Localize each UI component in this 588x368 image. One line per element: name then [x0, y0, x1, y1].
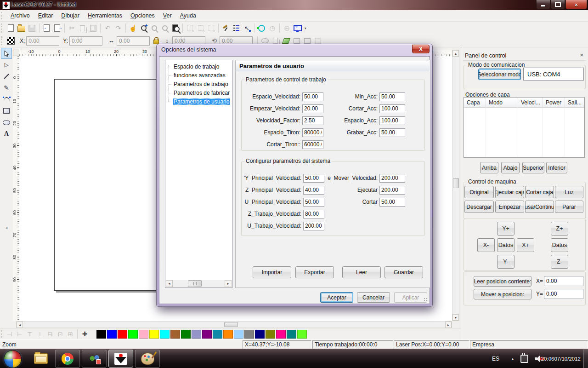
taskbar-chrome-button[interactable] — [55, 350, 80, 368]
zoom-in-icon[interactable] — [138, 23, 149, 33]
select-tool[interactable] — [1, 48, 12, 59]
text-tool[interactable]: A — [1, 128, 12, 139]
apply-button[interactable]: Aplicar — [394, 292, 427, 303]
circle-node-icon[interactable] — [256, 23, 267, 33]
palette-color-3[interactable] — [128, 330, 138, 339]
col-salida[interactable]: Sali... — [565, 98, 584, 107]
run-box-button[interactable]: Ejecutar caja — [495, 186, 524, 198]
time-estimate-icon[interactable] — [267, 23, 277, 33]
tree-item-funciones[interactable]: funciones avanzadas — [165, 71, 232, 80]
horizontal-scrollbar[interactable]: ◄ ► — [16, 321, 452, 328]
z-principal-field[interactable] — [303, 186, 324, 195]
paste-icon[interactable] — [88, 23, 98, 33]
u-trabajo-field[interactable] — [303, 222, 324, 230]
jog-x-minus-button[interactable]: X- — [477, 238, 495, 252]
original-button[interactable]: Original — [464, 186, 494, 198]
palette-color-1[interactable] — [107, 330, 117, 339]
dialog-close-button[interactable]: X — [412, 45, 430, 53]
y-principal-field[interactable] — [303, 174, 324, 183]
col-velocidad[interactable]: Veloci... — [518, 98, 543, 107]
align-bottom-icon[interactable]: ⊥ — [35, 331, 45, 338]
layer-bottom-button[interactable]: Inferior — [546, 162, 567, 173]
zoom-all-icon[interactable] — [159, 23, 170, 33]
palette-color-5[interactable] — [149, 330, 159, 339]
move-position-button[interactable]: Mover a posicion: — [474, 289, 531, 299]
palette-color-7[interactable] — [170, 330, 180, 339]
layer-table[interactable]: Capa Modo Veloci... Power Sali... — [464, 97, 585, 158]
layer-up-button[interactable]: Arriba — [480, 162, 498, 173]
palette-color-12[interactable] — [223, 330, 233, 339]
tree-scroll-left-icon[interactable]: ◄ — [166, 280, 173, 287]
velocidad-factor-field[interactable] — [302, 116, 323, 125]
palette-color-6[interactable] — [160, 330, 170, 339]
tree-scroll-thumb[interactable] — [188, 280, 202, 287]
line-tool[interactable] — [1, 71, 12, 82]
cut-icon[interactable] — [67, 23, 77, 33]
node-delete-icon[interactable] — [195, 23, 206, 33]
pos-x-field[interactable] — [544, 276, 583, 286]
pick-tool-icon[interactable] — [242, 23, 252, 33]
palette-color-13[interactable] — [234, 330, 243, 339]
tree-item-fabricar[interactable]: Parametros de fabricar — [165, 89, 232, 98]
scroll-down-icon[interactable]: ▼ — [452, 314, 459, 321]
align-right-icon[interactable]: ⊢ — [15, 331, 25, 338]
espacio-acc-field[interactable] — [379, 116, 405, 125]
center-v-icon[interactable]: ⊡ — [55, 331, 65, 338]
jog-z-plus-button[interactable]: Z+ — [551, 222, 568, 236]
jog-x-plus-button[interactable]: X+ — [517, 238, 534, 252]
horizontal-scroll-thumb[interactable] — [224, 322, 238, 327]
palette-color-10[interactable] — [202, 330, 212, 339]
palette-color-11[interactable] — [213, 330, 222, 339]
taskbar-paint-button[interactable] — [135, 350, 160, 368]
grid-position-icon[interactable] — [6, 36, 16, 46]
redo-icon[interactable] — [113, 23, 124, 33]
y-position-field[interactable] — [69, 36, 102, 46]
min-acc-field[interactable] — [379, 92, 405, 101]
jog-y-plus-button[interactable]: Y+ — [497, 222, 514, 236]
tree-scrollbar[interactable]: ◄ ► — [166, 280, 232, 287]
save-icon[interactable] — [27, 23, 37, 33]
cut-box-button[interactable]: Cortar caja — [525, 186, 554, 198]
dialog-resize-grip[interactable] — [424, 298, 428, 302]
import-icon[interactable]: → — [41, 23, 52, 33]
palette-color-14[interactable] — [244, 330, 254, 339]
palette-more-icon[interactable]: ◂ — [1, 222, 12, 233]
rectangle-tool[interactable] — [1, 105, 12, 116]
scroll-up-icon[interactable]: ▲ — [452, 50, 459, 57]
undo-icon[interactable] — [102, 23, 113, 33]
col-modo[interactable]: Modo — [486, 98, 518, 107]
monitor-icon[interactable] — [292, 23, 303, 33]
download-button[interactable]: Descargar — [464, 201, 494, 213]
accept-button[interactable]: Aceptar — [320, 292, 353, 303]
vertical-scrollbar[interactable]: ▲ ▼ — [452, 50, 459, 321]
align-left-icon[interactable]: ⊣ — [5, 331, 15, 338]
stop-button[interactable]: Parar — [555, 201, 583, 213]
palette-color-18[interactable] — [287, 330, 296, 339]
power-plug-icon[interactable] — [520, 349, 528, 368]
palette-color-4[interactable] — [139, 330, 148, 339]
palette-color-9[interactable] — [192, 330, 201, 339]
menu-herramientas[interactable]: Herramientas — [84, 11, 126, 20]
palette-color-8[interactable] — [181, 330, 191, 339]
read-position-button[interactable]: Leer posicion corriente: — [474, 276, 531, 287]
palette-color-0[interactable] — [96, 330, 106, 339]
zoom-out-icon[interactable] — [149, 23, 159, 33]
select-mode-button[interactable]: Seleccionar modo — [478, 69, 521, 80]
empezar-velocidad-field[interactable] — [302, 104, 323, 113]
menu-editar[interactable]: Editar — [34, 11, 57, 20]
menu-dibujar[interactable]: Dibujar — [57, 11, 84, 20]
pause-continue-button[interactable]: usa/Continu — [525, 201, 554, 213]
cortar-tiron-field[interactable] — [302, 140, 323, 149]
toolbar-overflow-icon[interactable]: ▾ — [305, 26, 306, 30]
align-grid-icon[interactable]: ⊞ — [65, 331, 75, 338]
jog-z-minus-button[interactable]: Z- — [551, 255, 568, 269]
pan-hand-icon[interactable] — [128, 23, 138, 33]
start-button[interactable]: Empezar — [495, 201, 524, 213]
open-file-icon[interactable] — [16, 23, 27, 33]
curve-tool[interactable] — [1, 94, 12, 105]
col-capa[interactable]: Capa — [464, 98, 486, 107]
palette-color-16[interactable] — [266, 330, 275, 339]
show-desktop-button[interactable] — [583, 349, 588, 368]
save-params-button[interactable]: Guardar — [384, 266, 423, 278]
tray-expand-icon[interactable]: ▲ — [511, 349, 514, 368]
